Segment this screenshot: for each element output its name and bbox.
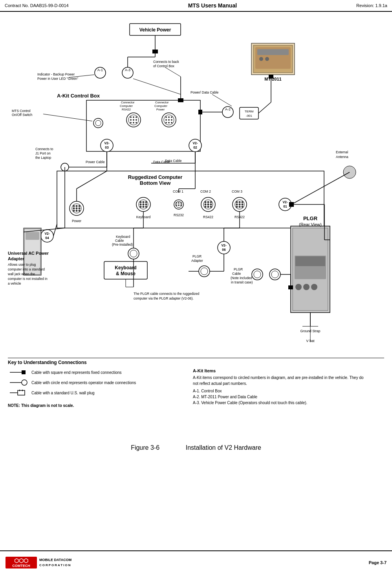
legend-item-plug: Cable with a standard U.S. wall plug bbox=[8, 389, 177, 397]
svg-point-96 bbox=[73, 205, 75, 207]
svg-text:Universal AC Power: Universal AC Power bbox=[8, 251, 49, 256]
svg-line-58 bbox=[165, 67, 181, 77]
svg-point-102 bbox=[73, 210, 75, 212]
svg-text:Adapter: Adapter bbox=[191, 259, 203, 263]
svg-text:RS422: RS422 bbox=[203, 215, 213, 219]
svg-text:Connector: Connector bbox=[155, 101, 169, 104]
svg-rect-7 bbox=[257, 49, 289, 55]
svg-point-49 bbox=[171, 116, 172, 118]
footer-logo-area: ⬡⬡⬡COMTECH MOBILE DATACOM CORPORATION bbox=[5, 557, 71, 568]
svg-text:Allows user to plug: Allows user to plug bbox=[8, 263, 36, 267]
svg-point-145 bbox=[239, 201, 241, 203]
svg-text:computer is not installed in: computer is not installed in bbox=[8, 277, 48, 281]
contract-number: Contract No. DAAB15-99-D-0014 bbox=[5, 3, 69, 8]
svg-point-113 bbox=[145, 204, 147, 206]
svg-text:PLGR: PLGR bbox=[192, 254, 201, 258]
svg-text:computer into a standard: computer into a standard bbox=[8, 267, 45, 271]
svg-text:& Mouse: & Mouse bbox=[116, 271, 136, 276]
svg-rect-163 bbox=[26, 232, 39, 240]
svg-text:PLGR: PLGR bbox=[303, 215, 318, 221]
svg-point-104 bbox=[79, 210, 81, 212]
svg-rect-168 bbox=[295, 256, 325, 266]
company-name: MOBILE DATACOM CORPORATION bbox=[39, 557, 71, 567]
svg-text:RS232: RS232 bbox=[174, 213, 184, 217]
svg-text:Connector: Connector bbox=[121, 101, 135, 104]
svg-point-48 bbox=[168, 116, 170, 118]
svg-text:of Control Box: of Control Box bbox=[153, 64, 175, 68]
svg-point-135 bbox=[207, 204, 209, 206]
svg-point-97 bbox=[76, 205, 78, 207]
svg-point-38 bbox=[136, 119, 137, 121]
svg-line-25 bbox=[43, 114, 92, 121]
legend-item-circle: Cable with circle end represents operato… bbox=[8, 379, 177, 386]
svg-point-53 bbox=[165, 122, 167, 123]
main-diagram-svg: Vehicle Power MT-2011 A-3 A-1 Indicator … bbox=[0, 12, 392, 354]
svg-text:Computer: Computer bbox=[120, 104, 133, 108]
svg-text:in transit case): in transit case) bbox=[231, 280, 253, 284]
legend-title: Key to Understanding Connections bbox=[8, 358, 384, 365]
svg-text:Bottom View: Bottom View bbox=[140, 180, 171, 186]
legend-item-square: Cable with square end represents fixed c… bbox=[8, 368, 177, 376]
svg-point-55 bbox=[171, 122, 172, 123]
svg-point-103 bbox=[76, 210, 78, 212]
svg-text:computer via the PLGR adapter : computer via the PLGR adapter (V2-06). bbox=[134, 296, 194, 300]
legend-items: Cable with square end represents fixed c… bbox=[8, 368, 177, 408]
svg-text:Cable: Cable bbox=[232, 272, 241, 276]
svg-text:Keyboard: Keyboard bbox=[116, 235, 130, 239]
svg-point-149 bbox=[242, 204, 244, 206]
svg-text:A-3: A-3 bbox=[125, 68, 130, 72]
revision-number: Revision: 1.9.1a bbox=[356, 3, 387, 8]
svg-point-126 bbox=[180, 204, 182, 206]
svg-point-198 bbox=[254, 271, 261, 278]
svg-text:Vehicle Power: Vehicle Power bbox=[139, 27, 171, 33]
svg-text:A-1: A-1 bbox=[97, 68, 103, 72]
svg-rect-247 bbox=[18, 390, 25, 395]
svg-text:Power/ Data Cable: Power/ Data Cable bbox=[191, 90, 219, 94]
svg-point-9 bbox=[265, 57, 269, 61]
svg-point-125 bbox=[178, 204, 180, 206]
svg-text:(Rear View): (Rear View) bbox=[299, 222, 322, 227]
svg-point-40 bbox=[133, 122, 134, 123]
page-footer: ⬡⬡⬡COMTECH MOBILE DATACOM CORPORATION Pa… bbox=[0, 550, 392, 574]
svg-text:04: 04 bbox=[45, 236, 49, 240]
svg-point-121 bbox=[176, 202, 177, 204]
svg-text:Connects to back: Connects to back bbox=[153, 60, 179, 64]
akit-item-2: A-2. MT-2011 Power and Data Cable bbox=[193, 394, 370, 400]
svg-rect-243 bbox=[22, 370, 26, 374]
svg-point-185 bbox=[130, 250, 137, 257]
svg-point-112 bbox=[143, 204, 145, 206]
svg-point-132 bbox=[207, 201, 209, 203]
svg-line-233 bbox=[133, 79, 181, 94]
svg-point-99 bbox=[73, 208, 75, 210]
svg-point-136 bbox=[210, 204, 212, 206]
akit-item-3: A-3. Vehicle Power Cable (Operators shou… bbox=[193, 400, 370, 406]
svg-text:wall jack when the: wall jack when the bbox=[7, 272, 35, 276]
svg-line-164 bbox=[53, 224, 57, 236]
svg-text:PLGR: PLGR bbox=[234, 267, 243, 271]
svg-text:(Pre-Installed): (Pre-Installed) bbox=[112, 243, 133, 247]
svg-text:Indicator - Backup Power: Indicator - Backup Power bbox=[37, 72, 75, 76]
svg-point-122 bbox=[178, 202, 180, 204]
svg-rect-69 bbox=[198, 110, 202, 114]
svg-rect-72 bbox=[269, 75, 273, 79]
svg-point-109 bbox=[143, 201, 145, 203]
svg-point-8 bbox=[259, 57, 263, 61]
akit-items-title: A-Kit Items bbox=[193, 368, 370, 373]
svg-point-148 bbox=[239, 204, 241, 206]
legend-area: Key to Understanding Connections Cable w… bbox=[0, 354, 392, 412]
svg-text:COM 2: COM 2 bbox=[200, 189, 211, 193]
svg-point-139 bbox=[210, 206, 212, 208]
svg-point-137 bbox=[205, 206, 207, 208]
svg-point-35 bbox=[136, 116, 137, 118]
legend-text-circle: Cable with circle end represents operato… bbox=[31, 381, 136, 385]
legend-text-plug: Cable with a standard U.S. wall plug bbox=[31, 391, 95, 395]
page-header: Contract No. DAAB15-99-D-0014 MTS Users … bbox=[0, 0, 392, 12]
svg-point-151 bbox=[239, 206, 241, 208]
svg-point-114 bbox=[140, 206, 142, 208]
svg-point-54 bbox=[168, 122, 170, 123]
svg-text:A-2: A-2 bbox=[225, 107, 231, 111]
svg-text:the Laptop: the Laptop bbox=[35, 156, 51, 160]
figure-number: Figure 3-6 bbox=[131, 444, 159, 451]
svg-text:V2-: V2- bbox=[192, 141, 198, 145]
svg-text:On/Off Switch: On/Off Switch bbox=[12, 113, 33, 117]
